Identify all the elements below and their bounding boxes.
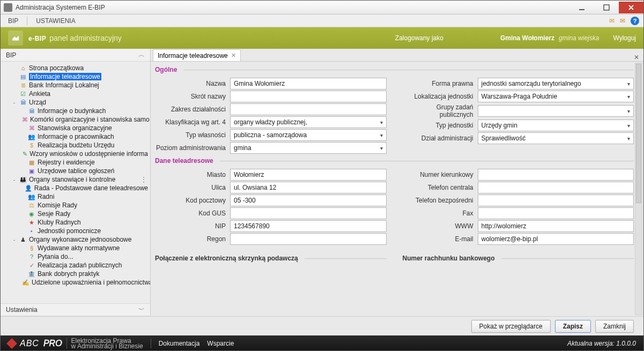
scrollbar-thumb[interactable]: [636, 64, 641, 203]
input-numer-kierunkowy[interactable]: [478, 169, 634, 181]
tree-node[interactable]: 👥Informacje o pracownikach: [1, 132, 150, 141]
tree-node[interactable]: ▪Jednostki pomocnicze: [1, 227, 150, 235]
tree-node[interactable]: ✍Udzielone upoważnienia i pełnomocnictwa: [1, 278, 150, 287]
input-zakres-działalności[interactable]: [230, 103, 387, 115]
tree-node[interactable]: -👪Organy stanowiące i kontrolne⋮: [1, 175, 150, 184]
tree-node[interactable]: ▦Rejestry i ewidencje: [1, 158, 150, 167]
chevron-down-icon: ▾: [625, 123, 630, 129]
tab-informacje-teleadresowe[interactable]: Informacje teleadresowe ✕: [153, 49, 241, 61]
tree-node[interactable]: ◉Sesje Rady: [1, 210, 150, 218]
save-button[interactable]: Zapisz: [555, 320, 591, 333]
vertical-scrollbar[interactable]: [635, 63, 642, 315]
form-row: Klasyfikacja wg art. 4organy władzy publ…: [155, 116, 387, 128]
tree-node[interactable]: -🏛Urząd: [1, 98, 150, 107]
tree-node[interactable]: -♟Organy wykonawcze jednoosobowe: [1, 235, 150, 244]
chevron-down-icon: ▾: [625, 136, 630, 141]
maximize-button[interactable]: [594, 2, 619, 13]
tree-node[interactable]: 🏦Bank dobrych praktyk: [1, 270, 150, 278]
input-nip[interactable]: [230, 220, 387, 232]
q-icon: ?: [28, 253, 35, 260]
tree-node[interactable]: 👥Radni: [1, 192, 150, 201]
tree-node[interactable]: §Wydawane akty normatywne: [1, 244, 150, 252]
select-typ-własności[interactable]: publiczna - samorządowa▾: [230, 129, 387, 141]
tree-node-label: Radni: [38, 193, 54, 200]
tree-node[interactable]: ⚖Komisje Rady: [1, 201, 150, 210]
form-row: Skrót nazwy: [155, 91, 387, 102]
tree-expander-icon[interactable]: -: [11, 177, 17, 183]
input-ulica[interactable]: [230, 182, 387, 193]
input-telefon-bezpośredni[interactable]: [478, 195, 634, 206]
tree-node[interactable]: $Realizacja budżetu Urzędu: [1, 141, 150, 150]
toolbar-icon-2[interactable]: ✉: [620, 17, 625, 25]
input-kod-pocztowy[interactable]: [230, 195, 387, 206]
select-forma-prawna[interactable]: jednostki samorządu terytorialnego▾: [478, 78, 634, 89]
tree-node[interactable]: ⌘Stanowiska organizacyjne: [1, 124, 150, 132]
field-label: Zakres działalności: [155, 106, 230, 113]
preview-button[interactable]: Pokaż w przeglądarce: [471, 320, 551, 333]
tree-node[interactable]: ✎Wzory wniosków o udostępnienie informa: [1, 150, 150, 158]
tree-node[interactable]: ▤Informacje teleadresowe: [1, 72, 150, 81]
select-value: organy władzy publicznej,: [234, 118, 307, 126]
menu-bip[interactable]: BIP: [5, 16, 21, 26]
input-www[interactable]: [478, 220, 634, 232]
select-typ-jednostki[interactable]: Urzędy gmin▾: [478, 120, 634, 131]
tree-node-label: Stanowiska organizacyjne: [38, 124, 112, 132]
minimize-button[interactable]: [569, 2, 594, 13]
tree-node[interactable]: ⌘Komórki organizacyjne i stanowiska samo: [1, 115, 150, 124]
tree-node[interactable]: ▣Urzędowe tablice ogłoszeń: [1, 167, 150, 175]
tree-node[interactable]: 👤Rada - Podstawowe dane teleadresowe: [1, 184, 150, 192]
unit-icon: ▪: [28, 227, 35, 235]
tree-node-label: Kluby Radnych: [38, 219, 81, 226]
auth-icon: ✍: [22, 279, 29, 286]
tree-node-menu-icon[interactable]: ⋮: [140, 176, 147, 183]
tree-node[interactable]: ✓Realizacja zadań publicznych: [1, 261, 150, 270]
input-e-mail[interactable]: [478, 233, 634, 245]
input-regon[interactable]: [230, 233, 387, 245]
select-klasyfikacja-wg-art-4[interactable]: organy władzy publicznej,▾: [230, 116, 387, 128]
input-skrót-nazwy[interactable]: [230, 91, 387, 102]
logout-link[interactable]: Wyloguj: [613, 34, 636, 42]
tree-node[interactable]: ★Kluby Radnych: [1, 218, 150, 227]
tree-node[interactable]: ?Pytania do...: [1, 252, 150, 261]
form-row: Zakres działalności: [155, 103, 387, 115]
input-telefon-centrala[interactable]: [478, 182, 634, 193]
select-grupy-zadań-publicznych[interactable]: ▾: [478, 105, 634, 117]
form-row: Ulica: [155, 182, 387, 193]
footer-doc-link[interactable]: Dokumentacja: [159, 340, 200, 347]
input-fax[interactable]: [478, 207, 634, 219]
tabbar-close-icon[interactable]: ✕: [630, 54, 643, 61]
tree-node-label: Organy stanowiące i kontrolne: [29, 176, 115, 183]
logged-as-label: Zalogowany jako: [395, 34, 443, 42]
svg-rect-0: [579, 9, 584, 10]
tree-node[interactable]: 🏛Informacje o budynkach: [1, 107, 150, 115]
tree-node-label: Bank Informacji Lokalnej: [29, 81, 99, 89]
tab-close-icon[interactable]: ✕: [231, 52, 236, 59]
footer-support-link[interactable]: Wsparcie: [207, 340, 234, 347]
close-window-button[interactable]: [619, 2, 643, 13]
input-kod-gus[interactable]: [230, 207, 387, 219]
select-dział-administracji[interactable]: Sprawiedliwość▾: [478, 132, 634, 144]
sidebar-header-bip[interactable]: BIP ︿: [1, 49, 150, 62]
form-row: NIP: [155, 220, 387, 232]
nav-tree[interactable]: ⌂Strona początkowa▤Informacje teleadreso…: [1, 62, 150, 303]
tree-node[interactable]: ☑Ankieta: [1, 89, 150, 98]
tree-node[interactable]: ⌂Strona początkowa: [1, 64, 150, 72]
menu-ustawienia[interactable]: USTAWIENIA: [33, 16, 78, 26]
input-nazwa[interactable]: [230, 78, 387, 89]
footer-logo-icon: [6, 338, 17, 349]
select-poziom-administrowania[interactable]: gmina▾: [230, 142, 387, 154]
tree-node[interactable]: ≣Bank Informacji Lokalnej: [1, 81, 150, 89]
field-label: Typ własności: [155, 131, 230, 139]
form-row: Typ własnościpubliczna - samorządowa▾: [155, 129, 387, 141]
toolbar-icon-1[interactable]: ✉: [609, 17, 615, 25]
sidebar-header-settings[interactable]: Ustawienia ﹀: [1, 303, 150, 316]
help-icon[interactable]: ?: [631, 17, 639, 25]
bld-icon: 🏛: [28, 107, 35, 115]
select-lokalizacja-jednostki[interactable]: Warszawa-Praga Południe▾: [478, 91, 634, 102]
tree-expander-icon[interactable]: -: [11, 237, 17, 243]
input-miasto[interactable]: [230, 169, 387, 181]
tree-expander-icon[interactable]: -: [11, 100, 17, 106]
field-label: Nazwa: [155, 80, 230, 87]
close-button[interactable]: Zamknij: [595, 320, 634, 333]
group-icon: 👪: [19, 176, 27, 183]
